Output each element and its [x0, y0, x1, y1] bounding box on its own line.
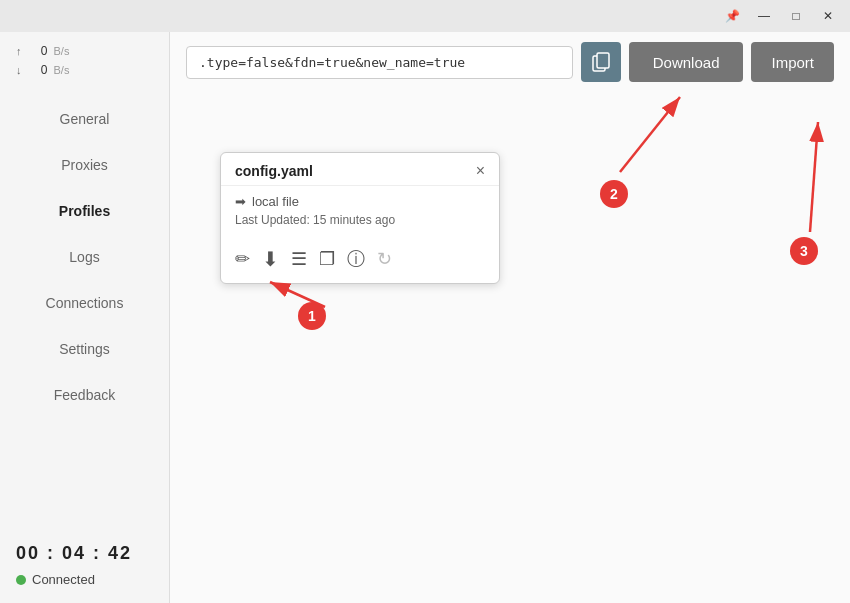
close-button[interactable]: ✕ [814, 4, 842, 28]
annotation-badge-2: 2 [600, 180, 628, 208]
local-file-arrow-icon: ➡ [235, 194, 246, 209]
url-input[interactable] [186, 46, 573, 79]
download-button[interactable]: Download [629, 42, 744, 82]
profile-card: config.yaml × ➡ local file Last Updated:… [220, 152, 500, 284]
upload-unit: B/s [54, 43, 70, 61]
menu-icon[interactable]: ☰ [291, 248, 307, 270]
sidebar-item-general[interactable]: General [8, 97, 161, 141]
import-action-icon[interactable]: ⬇ [262, 247, 279, 271]
sidebar-item-logs[interactable]: Logs [8, 235, 161, 279]
connected-dot-icon [16, 575, 26, 585]
minimize-button[interactable]: — [750, 4, 778, 28]
download-value: 0 [28, 61, 48, 80]
card-header: config.yaml × [221, 153, 499, 186]
upload-arrow-icon: ↑ [16, 43, 22, 61]
card-title: config.yaml [235, 163, 313, 179]
svg-line-5 [810, 122, 818, 232]
content-area: Download Import config.yaml × ➡ local fi… [170, 32, 850, 603]
top-bar: Download Import [170, 32, 850, 92]
svg-line-4 [620, 97, 680, 172]
sidebar-item-settings[interactable]: Settings [8, 327, 161, 371]
annotations-overlay [170, 32, 850, 603]
download-unit: B/s [54, 62, 70, 80]
network-stats: ↑ 0 B/s ↓ 0 B/s [0, 32, 169, 88]
download-arrow-icon: ↓ [16, 62, 22, 80]
svg-rect-1 [597, 53, 609, 68]
svg-line-3 [270, 282, 325, 307]
import-button[interactable]: Import [751, 42, 834, 82]
copy-button[interactable] [581, 42, 621, 82]
upload-value: 0 [28, 42, 48, 61]
card-actions: ✏ ⬇ ☰ ❐ ⓘ ↻ [221, 239, 499, 283]
annotation-badge-3: 3 [790, 237, 818, 265]
edit-icon[interactable]: ✏ [235, 248, 250, 270]
last-updated-text: Last Updated: 15 minutes ago [235, 213, 485, 227]
main-wrapper: ↑ 0 B/s ↓ 0 B/s General Proxies Profiles… [0, 32, 850, 603]
local-file-label: local file [252, 194, 299, 209]
annotation-badge-1: 1 [298, 302, 326, 330]
refresh-icon[interactable]: ↻ [377, 248, 392, 270]
sidebar-item-feedback[interactable]: Feedback [8, 373, 161, 417]
sidebar-item-proxies[interactable]: Proxies [8, 143, 161, 187]
sidebar-bottom: 00 : 04 : 42 Connected [0, 531, 169, 603]
sidebar: ↑ 0 B/s ↓ 0 B/s General Proxies Profiles… [0, 32, 170, 603]
nav-items: General Proxies Profiles Logs Connection… [0, 88, 169, 531]
card-body: ➡ local file Last Updated: 15 minutes ag… [221, 186, 499, 239]
timer-display: 00 : 04 : 42 [16, 543, 153, 564]
info-icon[interactable]: ⓘ [347, 247, 365, 271]
connected-label: Connected [32, 572, 95, 587]
pin-button[interactable]: 📌 [718, 4, 746, 28]
titlebar: 📌 — □ ✕ [0, 0, 850, 32]
maximize-button[interactable]: □ [782, 4, 810, 28]
copy-action-icon[interactable]: ❐ [319, 248, 335, 270]
sidebar-item-profiles[interactable]: Profiles [8, 189, 161, 233]
card-close-button[interactable]: × [476, 163, 485, 179]
sidebar-item-connections[interactable]: Connections [8, 281, 161, 325]
